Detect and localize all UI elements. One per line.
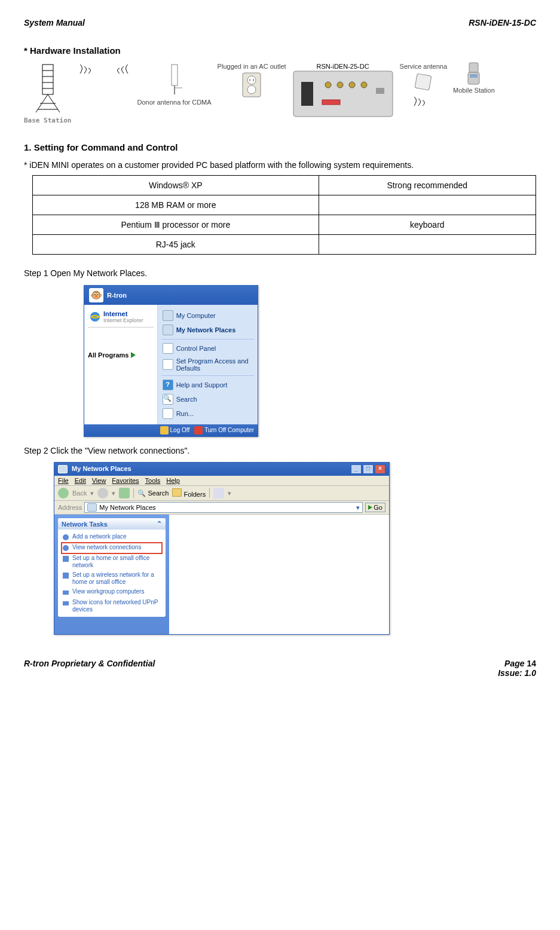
donor-antenna-label: Donor antenna for CDMA [137,99,211,106]
start-menu-right: My Computer My Network Places Control Pa… [158,305,258,424]
address-value: My Network Places [99,504,155,511]
req-cell: Windows® XP [33,176,319,195]
start-item-search[interactable]: 🔍 Search [161,392,254,406]
start-item-internet[interactable]: Internet Internet Explorer [88,308,154,325]
svg-rect-25 [415,74,432,90]
toolbar-separator [209,488,210,498]
collapse-icon[interactable]: ⌃ [157,520,162,528]
address-label: Address [58,504,82,511]
task-add-network-place[interactable]: Add a network place [62,532,162,543]
task-label: Show icons for networked UPnP devices [72,599,162,613]
close-button[interactable]: × [375,464,385,474]
req-cell: Pentium Ⅲ processor or more [33,215,319,235]
req-table-wrap: Windows® XP Strong recommended 128 MB RA… [24,175,536,255]
menu-separator [161,375,254,376]
ac-outlet-icon [240,70,264,100]
dropdown-icon[interactable]: ▾ [228,490,231,497]
start-item-label: Help and Support [176,381,228,388]
req-cell: RJ-45 jack [33,235,319,255]
views-icon[interactable] [213,488,224,498]
start-item-help[interactable]: ? Help and Support [161,378,254,392]
ie-icon [89,311,101,323]
start-item-sublabel: Internet Explorer [103,317,143,323]
turnoff-button[interactable]: Turn Off Computer [194,426,254,435]
svg-rect-35 [63,601,69,605]
dropdown-icon[interactable]: ▾ [112,490,115,497]
req-cell [319,235,535,255]
address-input[interactable]: My Network Places ▾ [84,502,363,513]
start-menu-left: Internet Internet Explorer All Programs [84,305,158,424]
avatar-icon: 🐵 [89,288,103,302]
svg-point-21 [349,82,355,88]
repeater-block: RSN-iDEN-25-DC [292,62,394,118]
search-button[interactable]: 🔍 Search [137,490,169,497]
svg-rect-0 [42,65,53,94]
start-item-label: Set Program Access and Defaults [176,357,253,372]
task-upnp-devices[interactable]: Show icons for networked UPnP devices [62,598,162,614]
radio-waves-icon [77,62,101,85]
service-antenna-block: Service antenna [400,62,448,118]
start-item-run[interactable]: Run... [161,406,254,421]
menu-favorites[interactable]: Favorites [112,477,139,484]
req-cell: Strong recommended [319,176,535,195]
window-icon [58,465,68,473]
network-connections-icon [62,544,70,552]
mobile-station-label: Mobile Station [453,87,495,94]
table-row: 128 MB RAM or more [33,195,536,215]
svg-rect-24 [322,100,340,105]
window-menubar: File Edit View Favorites Tools Help [54,476,389,486]
task-setup-home-network[interactable]: Set up a home or small office network [62,553,162,570]
network-icon [163,325,173,335]
menu-tools[interactable]: Tools [145,477,161,484]
menu-file[interactable]: File [58,477,69,484]
task-label: View network connections [72,544,141,551]
all-programs-item[interactable]: All Programs [88,351,154,359]
req-cell: 128 MB RAM or more [33,195,319,215]
window-toolbar: Back ▾ ▾ 🔍 Search Folders ▾ [54,486,389,501]
table-row: Windows® XP Strong recommended [33,176,536,195]
help-icon: ? [163,380,173,390]
folder-icon [172,488,182,497]
menu-separator [161,339,254,339]
hardware-diagram: Base Station Donor antenna for CDMA Plug… [24,62,536,124]
svg-rect-18 [301,82,313,106]
ac-outlet-block: Plugged in an AC outlet [218,62,286,100]
program-access-icon [163,359,173,370]
start-item-label: Search [176,396,197,403]
maximize-button[interactable]: □ [363,464,374,474]
task-setup-wireless[interactable]: Set up a wireless network for a home or … [62,570,162,587]
go-button[interactable]: Go [365,503,385,512]
page-footer: R-tron Proprietary & Confidential Page 1… [24,659,536,678]
menu-help[interactable]: Help [166,477,180,484]
svg-point-13 [247,76,256,84]
up-icon[interactable] [119,488,130,498]
table-row: RJ-45 jack [33,235,536,255]
start-item-label: Run... [176,410,194,417]
start-item-label: Internet [103,310,143,317]
logoff-button[interactable]: Log Off [160,426,190,435]
minimize-button[interactable]: _ [351,464,362,474]
menu-view[interactable]: View [92,477,106,484]
task-view-workgroup[interactable]: View workgroup computers [62,587,162,598]
address-icon [87,503,97,512]
start-item-networkplaces[interactable]: My Network Places [161,323,254,337]
forward-icon[interactable] [97,488,108,498]
svg-rect-28 [470,74,478,78]
start-item-program-access[interactable]: Set Program Access and Defaults [161,356,254,374]
mobile-station-block: Mobile Station [453,62,495,94]
dropdown-icon[interactable]: ▾ [356,504,360,512]
start-item-controlpanel[interactable]: Control Panel [161,341,254,356]
folders-button[interactable]: Folders [172,488,206,498]
start-item-label: My Computer [176,312,216,319]
back-icon[interactable] [58,488,69,498]
all-programs-label: All Programs [88,351,128,359]
repeater-icon [292,70,394,118]
start-item-mycomputer[interactable]: My Computer [161,308,254,323]
dropdown-icon[interactable]: ▾ [90,490,94,497]
svg-point-30 [63,534,69,540]
task-panel-header[interactable]: Network Tasks ⌃ [58,518,166,530]
menu-edit[interactable]: Edit [75,477,86,484]
base-station-label: Base Station [24,117,71,124]
svg-rect-9 [172,65,178,85]
task-view-network-connections[interactable]: View network connections [62,543,162,553]
